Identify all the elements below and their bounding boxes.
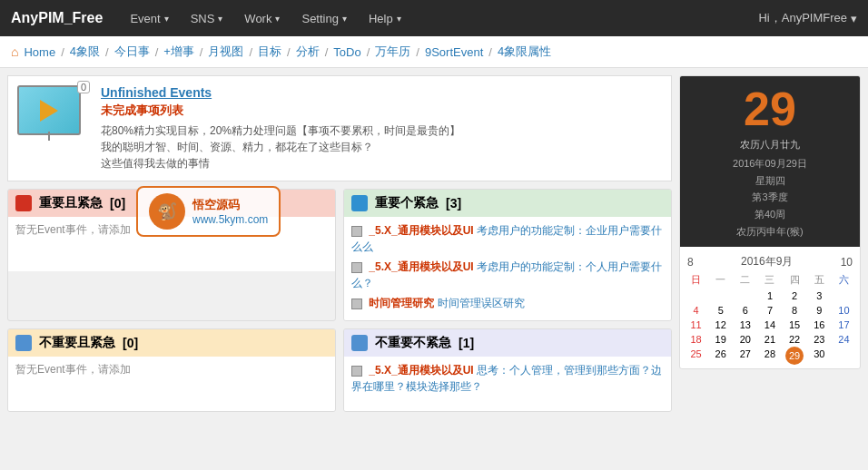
breadcrumb-calendar[interactable]: 万年历 [375, 44, 410, 60]
cal-ganzhi: 农历丙申年(猴) [680, 223, 860, 240]
q2-item3-link[interactable]: 时间管理研究 时间管理误区研究 [369, 297, 524, 309]
left-panel: 0 Unfinished Events 未完成事项列表 花80%精力实现目标，2… [7, 75, 672, 412]
cal-day[interactable] [684, 289, 708, 303]
brand[interactable]: AnyPIM_Free [11, 10, 103, 26]
cal-day-saturday[interactable] [832, 289, 856, 303]
cal-day[interactable] [708, 289, 733, 303]
cal-prev-month[interactable]: 8 [687, 256, 694, 269]
quadrant-important-urgent: 重要且紧急 [0] 暂无Event事件，请添加 [7, 189, 336, 321]
cal-day[interactable]: 14 [757, 318, 782, 332]
main-container: 0 Unfinished Events 未完成事项列表 花80%精力实现目标，2… [0, 68, 868, 419]
nav-help[interactable]: Help ▾ [360, 8, 410, 29]
cal-day-saturday[interactable]: 24 [832, 332, 856, 347]
presenter-icon: 0 [17, 85, 90, 158]
cal-day[interactable]: 7 [757, 303, 782, 318]
cal-day-sunday[interactable]: 11 [684, 318, 708, 332]
cal-day[interactable]: 8 [783, 303, 807, 318]
calendar-days: 1 2 3 4 5 6 7 8 9 10 11 12 [684, 289, 856, 365]
breadcrumb-todo[interactable]: ToDo [333, 45, 360, 59]
cal-day[interactable]: 16 [807, 318, 832, 332]
cal-day[interactable]: 28 [757, 347, 782, 365]
breadcrumb-9sort[interactable]: 9SortEvent [425, 45, 483, 59]
cal-weekday: 星期四 [680, 172, 860, 190]
item-icon [351, 366, 362, 377]
cal-day[interactable]: 2 [783, 289, 807, 303]
q2-item2-link[interactable]: _5.X_通用模块以及UI 考虑用户的功能定制：个人用户需要什么？ [351, 260, 662, 289]
cal-day[interactable]: 20 [733, 332, 757, 347]
cal-day[interactable]: 13 [733, 318, 757, 332]
nav-sns[interactable]: SNS ▾ [182, 8, 232, 29]
breadcrumb-month[interactable]: 月视图 [208, 44, 243, 60]
item-icon [351, 299, 362, 309]
cal-day[interactable]: 19 [708, 332, 733, 347]
cal-day-saturday[interactable]: 17 [832, 318, 856, 332]
breadcrumb-goal[interactable]: 目标 [258, 44, 281, 60]
list-item: _5.X_通用模块以及UI 考虑用户的功能定制：个人用户需要什么？ [351, 259, 664, 291]
cal-month-label: 2016年9月 [741, 254, 793, 269]
counter-badge: 0 [77, 81, 90, 93]
sns-arrow: ▾ [218, 14, 222, 24]
unfinished-desc1: 花80%精力实现目标，20%精力处理问题【事项不要累积，时间是最贵的】 [101, 122, 662, 139]
cal-day-saturday[interactable]: 10 [832, 303, 856, 318]
q1-body: 暂无Event事件，请添加 [8, 217, 335, 271]
weekday-mon: 一 [708, 271, 733, 289]
cal-day-sunday[interactable]: 18 [684, 332, 708, 347]
breadcrumb-4xian[interactable]: 4象限 [70, 44, 100, 60]
cal-day[interactable]: 15 [783, 318, 807, 332]
cal-day[interactable]: 6 [733, 303, 757, 318]
q2-count: [3] [446, 196, 461, 211]
breadcrumb-today[interactable]: 今日事 [114, 44, 150, 60]
cal-quarter: 第3季度 [680, 189, 860, 206]
cal-day[interactable]: 3 [807, 289, 832, 303]
q1-count: [0] [110, 196, 125, 211]
cal-day[interactable]: 1 [757, 289, 782, 303]
q4-item1-link[interactable]: _5.X_通用模块以及UI 思考：个人管理，管理到那些方面？边界在哪里？模块选择… [351, 364, 662, 393]
cal-day[interactable]: 12 [708, 318, 733, 332]
cal-day[interactable]: 22 [783, 332, 807, 347]
nav-setting[interactable]: Setting ▾ [292, 8, 355, 29]
nav-event[interactable]: Event ▾ [121, 8, 177, 29]
q1-dot [15, 195, 32, 211]
cal-day[interactable] [733, 289, 757, 303]
cal-today[interactable]: 29 [785, 347, 804, 365]
cal-day[interactable]: 30 [807, 347, 832, 365]
q3-header: 不重要且紧急 [0] [8, 329, 335, 357]
cal-day-sunday[interactable]: 4 [684, 303, 708, 318]
user-info[interactable]: Hi，AnyPIMFree ▾ [758, 10, 857, 26]
weekday-tue: 二 [733, 271, 757, 289]
calendar-month-header: 8 2016年9月 10 [684, 250, 856, 271]
cal-day[interactable]: 27 [733, 347, 757, 365]
q4-dot [351, 335, 368, 351]
cal-day[interactable]: 23 [807, 332, 832, 347]
breadcrumb-add[interactable]: +增事 [163, 44, 194, 60]
q1-header: 重要且紧急 [0] [8, 190, 335, 217]
cal-day[interactable]: 5 [708, 303, 733, 318]
event-arrow: ▾ [164, 14, 169, 24]
breadcrumb-analysis[interactable]: 分析 [296, 44, 320, 60]
weekday-thu: 四 [783, 271, 807, 289]
calendar-widget: 29 农历八月廿九 2016年09月29日 星期四 第3季度 第40周 农历丙申… [679, 75, 861, 369]
weekday-sun: 日 [684, 271, 708, 289]
list-item: 时间管理研究 时间管理误区研究 [351, 295, 664, 311]
cal-day-sunday[interactable]: 25 [684, 347, 708, 365]
content-wrapper: 0 Unfinished Events 未完成事项列表 花80%精力实现目标，2… [0, 68, 868, 419]
cal-day[interactable]: 26 [708, 347, 733, 365]
item-icon [351, 226, 362, 237]
cal-day[interactable]: 9 [807, 303, 832, 318]
q3-empty: 暂无Event事件，请添加 [15, 363, 131, 376]
home-icon: ⌂ [11, 44, 18, 59]
cal-next-month[interactable]: 10 [841, 256, 853, 269]
q2-item1-link[interactable]: _5.X_通用模块以及UI 考虑用户的功能定制：企业用户需要什么么 [351, 224, 662, 253]
breadcrumb-home[interactable]: Home [24, 45, 55, 59]
unfinished-text: Unfinished Events 未完成事项列表 花80%精力实现目标，20%… [101, 85, 662, 171]
nav-items: Event ▾ SNS ▾ Work ▾ Setting ▾ Help ▾ [121, 8, 758, 29]
calendar-date-info: 2016年09月29日 星期四 第3季度 第40周 农历丙申年(猴) [680, 153, 860, 247]
q2-body: _5.X_通用模块以及UI 考虑用户的功能定制：企业用户需要什么么 _5.X_通… [344, 217, 671, 320]
cal-day-saturday[interactable] [832, 347, 856, 365]
breadcrumb-attr[interactable]: 4象限属性 [498, 44, 551, 60]
cal-week-num: 第40周 [680, 206, 860, 223]
unfinished-desc3: 这些值得我去做的事情 [101, 155, 662, 171]
nav-work[interactable]: Work ▾ [235, 8, 289, 29]
unfinished-title-link[interactable]: Unfinished Events [101, 85, 662, 100]
cal-day[interactable]: 21 [757, 332, 782, 347]
